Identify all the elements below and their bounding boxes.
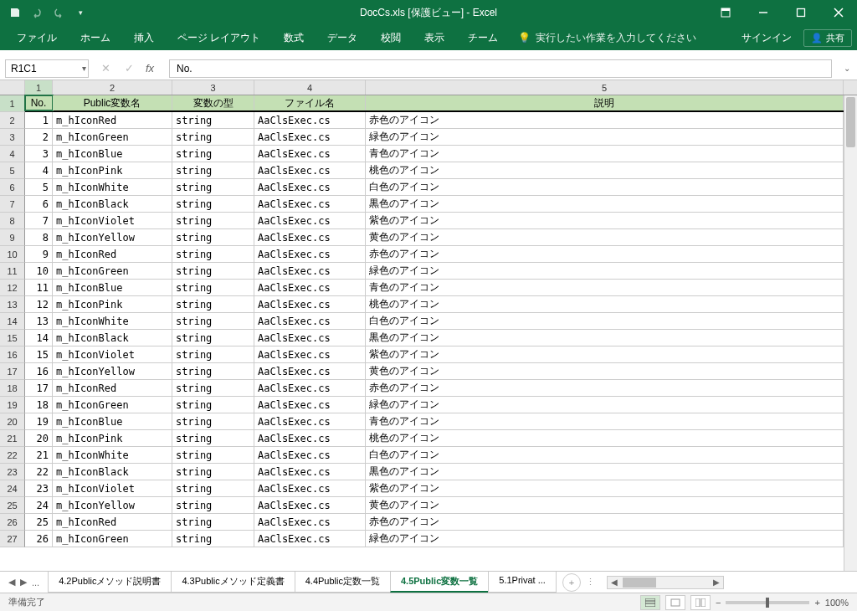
cell[interactable]: string [172,296,254,312]
cell[interactable]: 23 [25,480,53,496]
row-header[interactable]: 16 [0,346,25,363]
minimize-button[interactable] [744,0,782,25]
cell[interactable]: 黄色のアイコン [366,229,844,245]
cell[interactable]: 1 [25,112,53,128]
share-button[interactable]: 👤 共有 [803,29,852,47]
cell[interactable]: 22 [25,464,53,480]
cell[interactable]: 14 [25,330,53,346]
cell[interactable]: string [172,480,254,496]
cell[interactable]: 紫色のアイコン [366,480,844,496]
cell[interactable]: string [172,397,254,413]
fx-icon[interactable]: fx [144,62,161,74]
tab-insert[interactable]: 挿入 [122,25,166,50]
header-cell-type[interactable]: 変数の型 [172,95,254,110]
sheet-tab[interactable]: 4.5Public変数一覧 [390,572,489,593]
cell[interactable]: AaClsExec.cs [254,213,366,228]
cell[interactable]: AaClsExec.cs [254,397,366,413]
cell[interactable]: string [172,447,254,463]
row-header[interactable]: 12 [0,280,25,296]
tab-scroll-left-icon[interactable]: ◀ [8,577,15,588]
cell[interactable]: 15 [25,346,53,362]
zoom-out-button[interactable]: − [716,598,721,608]
cell[interactable]: 黒色のアイコン [366,196,844,212]
cell[interactable]: 18 [25,397,53,413]
close-button[interactable] [819,0,857,25]
cell[interactable]: string [172,196,254,212]
cell[interactable]: string [172,346,254,362]
cell[interactable]: AaClsExec.cs [254,464,366,480]
row-header[interactable]: 22 [0,447,25,464]
vertical-scrollbar[interactable] [844,95,857,571]
cell[interactable]: 13 [25,313,53,329]
cell[interactable]: AaClsExec.cs [254,480,366,496]
select-all-corner[interactable] [0,80,25,95]
cell[interactable]: string [172,179,254,195]
cell[interactable]: 2 [25,129,53,145]
cell[interactable]: 赤色のアイコン [366,514,844,530]
cell[interactable]: AaClsExec.cs [254,112,366,128]
cells-grid[interactable]: No.Public変数名変数の型ファイル名説明1m_hIconRedstring… [25,95,857,547]
row-header[interactable]: 27 [0,531,25,547]
cell[interactable]: AaClsExec.cs [254,129,366,145]
cell[interactable]: string [172,263,254,279]
cell[interactable]: AaClsExec.cs [254,146,366,162]
enter-formula-icon[interactable]: ✓ [121,62,137,74]
cell[interactable]: AaClsExec.cs [254,296,366,312]
row-header[interactable]: 4 [0,146,25,162]
cell[interactable]: 16 [25,363,53,379]
cell[interactable]: string [172,430,254,446]
row-header[interactable]: 7 [0,196,25,213]
cell[interactable]: AaClsExec.cs [254,531,366,547]
header-cell-file[interactable]: ファイル名 [254,95,366,110]
cell[interactable]: 青色のアイコン [366,146,844,162]
row-header[interactable]: 10 [0,246,25,263]
cell[interactable]: AaClsExec.cs [254,413,366,429]
cell[interactable]: m_hIconGreen [53,263,172,279]
cell[interactable]: 7 [25,213,53,228]
cell[interactable]: 紫色のアイコン [366,346,844,362]
zoom-track[interactable] [726,601,809,604]
tab-formulas[interactable]: 数式 [272,25,316,50]
tab-data[interactable]: データ [316,25,369,50]
cell[interactable]: m_hIconViolet [53,213,172,228]
cell[interactable]: AaClsExec.cs [254,447,366,463]
column-header[interactable]: 2 [53,80,172,95]
tab-menu-icon[interactable]: ⋮ [586,577,595,588]
signin-link[interactable]: サインイン [742,31,792,45]
column-header[interactable]: 4 [254,80,366,95]
new-sheet-button[interactable]: + [562,573,581,592]
cell[interactable]: AaClsExec.cs [254,313,366,329]
cell[interactable]: string [172,313,254,329]
scrollbar-thumb[interactable] [846,97,855,147]
cell[interactable]: 19 [25,413,53,429]
cell[interactable]: 白色のアイコン [366,313,844,329]
redo-icon[interactable] [52,6,65,19]
cell[interactable]: string [172,280,254,295]
zoom-level[interactable]: 100% [825,598,849,608]
row-header[interactable]: 13 [0,296,25,313]
cell[interactable]: m_hIconPink [53,162,172,178]
row-header[interactable]: 15 [0,330,25,346]
horizontal-scrollbar[interactable]: ◀ ▶ [607,576,724,589]
row-header[interactable]: 9 [0,229,25,246]
column-header[interactable]: 3 [172,80,254,95]
row-header[interactable]: 11 [0,263,25,280]
cell[interactable]: m_hIconGreen [53,129,172,145]
cell[interactable]: AaClsExec.cs [254,514,366,530]
tab-view[interactable]: 表示 [413,25,456,50]
cell[interactable]: string [172,413,254,429]
cell[interactable]: 6 [25,196,53,212]
formula-input[interactable]: No. [169,59,832,78]
sheet-tab[interactable]: 4.2Publicメソッド説明書 [48,572,172,593]
cell[interactable]: AaClsExec.cs [254,380,366,396]
cell[interactable]: 黄色のアイコン [366,363,844,379]
cell[interactable]: 白色のアイコン [366,447,844,463]
cancel-formula-icon[interactable]: ✕ [97,62,114,74]
cell[interactable]: m_hIconYellow [53,229,172,245]
row-header[interactable]: 14 [0,313,25,330]
cell[interactable]: AaClsExec.cs [254,196,366,212]
row-header[interactable]: 6 [0,179,25,196]
cell[interactable]: 桃色のアイコン [366,162,844,178]
cell[interactable]: m_hIconRed [53,514,172,530]
cell[interactable]: m_hIconYellow [53,497,172,513]
